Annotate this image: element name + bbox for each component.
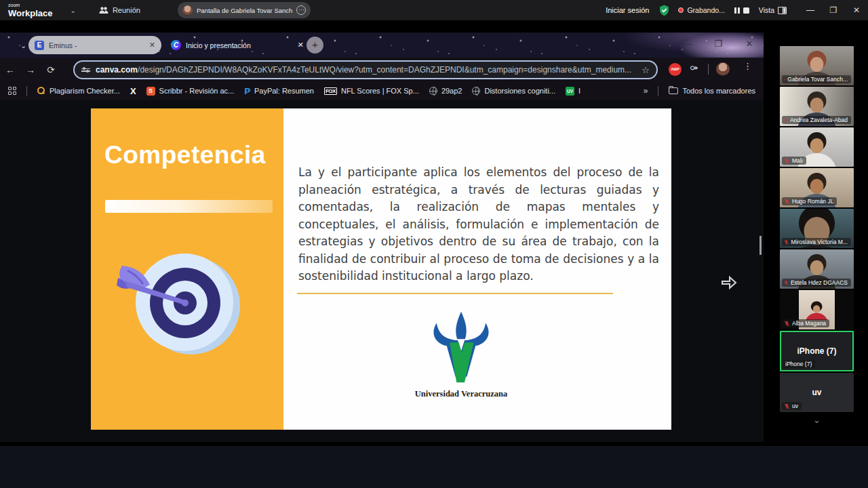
paypal-icon: P — [244, 86, 250, 96]
slide-right-panel: La y el participante aplica los elemento… — [283, 108, 671, 430]
folder-icon — [669, 87, 678, 94]
participant-strip: Gabriela Tovar Sanch... Andrea Zavaleta-… — [780, 46, 854, 425]
divider — [708, 64, 709, 75]
slide-title: Competencia — [104, 141, 266, 169]
tab-search-chevron-icon[interactable]: ⌄ — [20, 41, 26, 50]
bookmark-paypal[interactable]: P PayPal: Resumen — [244, 86, 314, 96]
uv-logo: Universidad Veracruzana — [407, 309, 515, 399]
magnifier-icon — [37, 87, 45, 95]
all-bookmarks-button[interactable]: Todos los marcadores — [669, 87, 755, 95]
address-bar[interactable]: canva.com/design/DAGhZJEPNDI/W8AQkZoKVFx… — [73, 60, 658, 79]
close-tab-icon[interactable]: ✕ — [149, 41, 155, 49]
browser-content: Competencia La y el participante aplica … — [0, 100, 764, 442]
browser-restore-button[interactable]: ❐ — [707, 39, 730, 49]
name-label: Mali — [782, 157, 806, 165]
mic-muted-icon — [784, 117, 788, 123]
profile-avatar[interactable] — [716, 62, 730, 76]
name-label: iPhone (7) — [783, 360, 815, 368]
site-settings-icon[interactable] — [81, 68, 90, 72]
adblock-extension-icon[interactable]: ABP — [669, 63, 682, 76]
tab-eminus[interactable]: E Eminus - ✕ — [28, 36, 161, 54]
slide-left-panel: Competencia — [91, 108, 283, 430]
bookmark-nfl[interactable]: FOX NFL Scores | FOX Sp... — [324, 87, 419, 95]
collapse-strip-button[interactable]: ⌄ — [780, 415, 854, 425]
meeting-tab[interactable]: Reunión — [99, 6, 140, 14]
next-slide-arrow-icon[interactable] — [720, 275, 738, 290]
participant-tile[interactable]: Andrea Zavaleta-Abad — [780, 87, 854, 126]
reload-icon[interactable]: ⟳ — [41, 64, 61, 75]
bookmark-scribbr[interactable]: S Scribbr - Revisión ac... — [146, 87, 235, 96]
participant-tile[interactable]: uv uv — [780, 373, 854, 412]
browser-minimize-button[interactable]: — — [675, 39, 698, 49]
name-label: uv — [782, 402, 802, 410]
participant-tile[interactable]: Hugo Román JL — [780, 168, 854, 207]
underline-rule — [297, 293, 613, 294]
participant-tile[interactable]: Miroslava Victoria M... — [780, 209, 854, 248]
shield-check-icon — [658, 5, 670, 16]
zoom-workplace-logo: zoom Workplace — [8, 3, 53, 18]
globe-icon — [429, 87, 437, 95]
mic-muted-icon — [784, 403, 790, 409]
presentation-slide: Competencia La y el participante aplica … — [91, 108, 671, 430]
eminus-favicon: E — [35, 41, 44, 50]
mic-muted-icon — [784, 77, 785, 83]
divider — [658, 86, 658, 96]
view-button[interactable]: Vista — [759, 6, 787, 14]
participant-tile-active[interactable]: iPhone (7) iPhone (7) — [780, 331, 854, 371]
extensions-icon[interactable]: ⚩ — [690, 63, 698, 73]
decorative-bar — [105, 200, 273, 213]
tab-canva-presentation[interactable]: C Inicio y presentación ✕ — [171, 36, 304, 54]
meeting-label: Reunión — [113, 6, 140, 14]
uv-icon: UV — [566, 87, 574, 96]
back-icon[interactable]: ← — [0, 64, 20, 75]
name-label: Gabriela Tovar Sanch... — [782, 75, 851, 83]
browser-menu-icon[interactable]: ⋮ — [743, 61, 752, 71]
participant-tile[interactable]: Estela Hdez DGAACS — [780, 249, 854, 289]
bookmarks-bar: Plagiarism Checker... X S Scribbr - Revi… — [0, 81, 764, 100]
bookmark-29ap2[interactable]: 29ap2 — [429, 87, 462, 95]
bookmark-star-icon[interactable]: ☆ — [642, 65, 650, 75]
bookmark-x[interactable]: X — [130, 86, 136, 96]
new-tab-button[interactable]: + — [307, 37, 323, 54]
scribbr-icon: S — [146, 87, 155, 96]
browser-tabstrip: ⌄ E Eminus - ✕ C Inicio y presentación ✕… — [0, 33, 764, 58]
close-button[interactable]: ✕ — [845, 5, 868, 15]
participant-tile[interactable]: Mali — [780, 127, 854, 167]
uv-logo-caption: Universidad Veracruzana — [407, 389, 515, 399]
chevron-down-icon[interactable]: ⌄ — [71, 7, 76, 14]
more-options-icon[interactable]: ⋯ — [296, 5, 306, 15]
name-label: Miroslava Victoria M... — [782, 238, 851, 246]
bottom-band — [0, 446, 868, 488]
record-dot-icon — [678, 7, 684, 13]
screen-share-tab[interactable]: Pantalla de Gabriela Tovar Sanch ⋯ — [178, 2, 311, 18]
participant-tile[interactable]: Gabriela Tovar Sanch... — [780, 46, 854, 85]
pause-recording-button[interactable] — [734, 7, 740, 14]
close-tab-icon[interactable]: ✕ — [298, 41, 304, 49]
bookmark-distorsiones[interactable]: Distorsiones cogniti... — [472, 87, 555, 95]
uv-crest-icon — [421, 309, 501, 385]
mic-muted-icon — [784, 158, 790, 164]
bookmark-plagiarism[interactable]: Plagiarism Checker... — [37, 87, 120, 95]
scrollbar[interactable] — [760, 236, 762, 255]
canva-favicon: C — [171, 40, 181, 50]
minimize-button[interactable]: — — [799, 5, 822, 15]
stop-recording-button[interactable] — [743, 7, 749, 14]
mic-muted-icon — [784, 321, 790, 327]
avatar — [182, 5, 193, 16]
participant-tile[interactable]: Alba Magana — [780, 290, 854, 329]
forward-icon[interactable]: → — [20, 64, 41, 75]
bookmarks-overflow-icon[interactable]: » — [644, 86, 648, 96]
name-label: Hugo Román JL — [782, 197, 837, 205]
restore-button[interactable]: ❐ — [822, 5, 845, 15]
name-label: Estela Hdez DGAACS — [782, 279, 851, 287]
name-label: Andrea Zavaleta-Abad — [782, 116, 851, 124]
browser-close-button[interactable]: ✕ — [738, 39, 761, 49]
browser-toolbar: ← → ⟳ canva.com/design/DAGhZJEPNDI/W8AQk… — [0, 58, 764, 81]
people-icon — [99, 7, 108, 14]
layout-grid-icon — [778, 7, 787, 14]
apps-grid-icon[interactable] — [8, 87, 16, 95]
sign-in-button[interactable]: Iniciar sesión — [606, 6, 649, 14]
x-logo-icon: X — [130, 86, 136, 96]
divider — [26, 86, 27, 96]
bookmark-uv[interactable]: UV I — [566, 87, 580, 96]
